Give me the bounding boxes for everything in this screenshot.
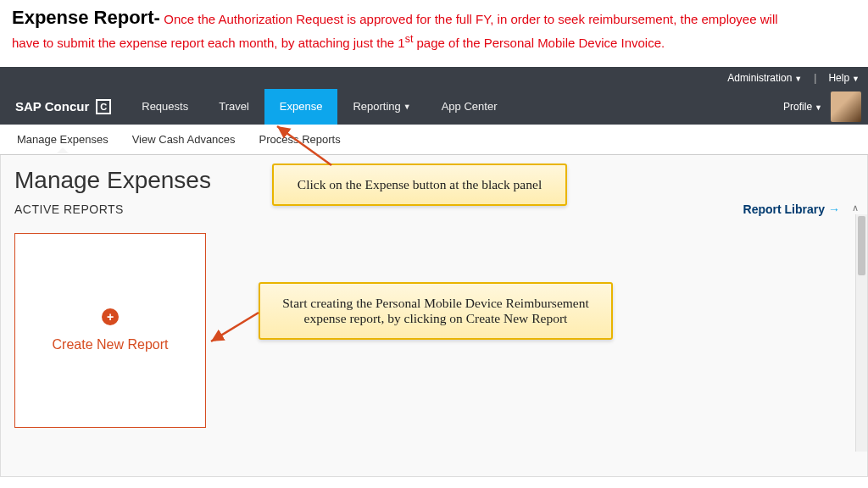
profile-link[interactable]: Profile▼ xyxy=(783,101,822,113)
svg-line-1 xyxy=(211,313,259,341)
separator: | xyxy=(814,72,816,84)
report-library-link[interactable]: Report Library→ xyxy=(743,202,840,216)
nav-appcenter[interactable]: App Center xyxy=(426,89,513,125)
nav-travel[interactable]: Travel xyxy=(203,89,264,125)
admin-link[interactable]: Administration▼ xyxy=(727,72,802,84)
plus-icon: + xyxy=(102,308,119,325)
nav-reporting[interactable]: Reporting▼ xyxy=(337,89,426,125)
callout-create-report: Start creating the Personal Mobile Devic… xyxy=(259,282,613,340)
arrow-right-icon: → xyxy=(828,202,840,216)
sub-nav-bar: Manage Expenses View Cash Advances Proce… xyxy=(0,125,868,155)
callout-expense-button: Click on the Expense button at the black… xyxy=(272,164,567,206)
doc-description-line2: have to submit the expense report each m… xyxy=(12,32,856,52)
subnav-process-reports[interactable]: Process Reports xyxy=(259,133,341,146)
nav-expense[interactable]: Expense xyxy=(264,89,338,125)
doc-title: Expense Report xyxy=(12,7,154,28)
scrollbar[interactable] xyxy=(855,214,867,452)
brand-text: SAP Concur xyxy=(15,99,89,114)
annotation-arrow-2 xyxy=(206,308,265,350)
app-screenshot: Administration▼ | Help▼ SAP Concur C Req… xyxy=(0,67,868,477)
doc-desc-sup: st xyxy=(405,33,414,45)
doc-title-sep: - xyxy=(154,7,160,28)
brand-logo[interactable]: SAP Concur C xyxy=(0,89,126,125)
help-link[interactable]: Help▼ xyxy=(828,72,860,84)
top-utility-bar: Administration▼ | Help▼ xyxy=(0,67,868,89)
doc-desc-2b: page of the Personal Mobile Device Invoi… xyxy=(413,36,665,50)
subnav-cash-advances[interactable]: View Cash Advances xyxy=(132,133,236,146)
chevron-up-icon: ∧ xyxy=(852,202,859,214)
concur-logo-icon: C xyxy=(96,99,111,114)
content-area: Manage Expenses ACTIVE REPORTS Report Li… xyxy=(0,155,868,477)
create-new-report-label: Create New Report xyxy=(53,337,169,352)
nav-requests[interactable]: Requests xyxy=(126,89,203,125)
create-new-report-tile[interactable]: + Create New Report xyxy=(14,233,206,428)
profile-area: Profile▼ xyxy=(783,89,868,125)
avatar[interactable] xyxy=(831,92,861,122)
primary-nav: Requests Travel Expense Reporting▼ App C… xyxy=(126,89,512,125)
doc-desc-2a: have to submit the expense report each m… xyxy=(12,36,405,50)
document-header: Expense Report- Once the Authorization R… xyxy=(0,0,868,58)
scrollbar-thumb[interactable] xyxy=(858,216,865,275)
main-nav-bar: SAP Concur C Requests Travel Expense Rep… xyxy=(0,89,868,125)
subnav-manage-expenses[interactable]: Manage Expenses xyxy=(17,133,108,146)
doc-description-line1: Once the Authorization Request is approv… xyxy=(164,12,777,26)
